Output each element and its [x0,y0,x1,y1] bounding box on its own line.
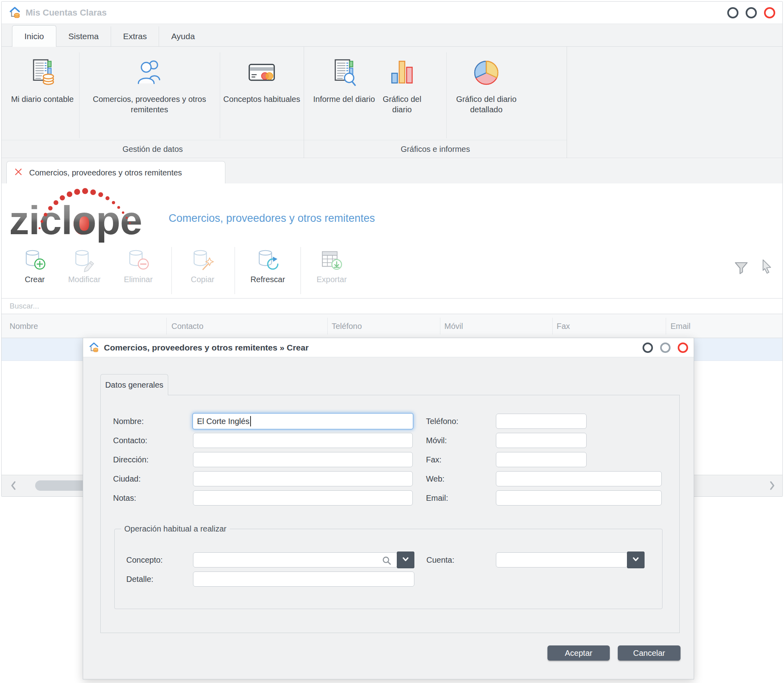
column-header-fax[interactable]: Fax [557,314,570,338]
ribbon-button-label: Gráfico del diario detallado [446,94,526,115]
ribbon: Inicio Sistema Extras Ayuda [2,24,782,158]
credit-card-icon [247,53,277,92]
movil-label: Móvil: [426,435,447,446]
nombre-field[interactable]: El Corte Inglés [192,413,414,430]
column-label: Nombre [10,322,38,331]
scroll-right-icon[interactable] [768,480,776,492]
refrescar-button[interactable]: Refrescar [244,248,292,284]
scroll-left-icon[interactable] [10,480,18,492]
exportar-button[interactable]: Exportar [308,248,356,284]
text-caret [250,416,251,426]
tab-sistema[interactable]: Sistema [56,26,111,46]
nombre-value: El Corte Inglés [197,417,249,426]
operacion-habitual-group [114,529,663,609]
toolbar-button-label: Exportar [316,275,347,284]
column-label: Móvil [444,322,463,331]
ribbon-group-empty [567,47,782,158]
document-tab-strip: Comercios, proveedores y otros remitente… [2,159,782,183]
tab-datos-generales[interactable]: Datos generales [100,374,168,395]
direccion-field[interactable] [193,452,413,467]
search-bar [2,298,782,314]
separator [166,318,167,335]
cursor-select-icon[interactable] [760,259,773,276]
ciudad-label: Ciudad: [113,473,141,484]
minimize-button[interactable] [643,342,653,353]
tab-inicio[interactable]: Inicio [12,25,56,47]
ziclope-logo: ziclope [8,186,147,246]
ribbon-button-label: Mi diario contable [11,94,74,104]
table-header: Nombre Contacto Teléfono Móvil Fax Email [2,314,782,338]
fax-label: Fax: [426,454,442,465]
fax-field[interactable] [496,452,587,467]
bar-chart-icon [387,53,417,92]
minimize-button[interactable] [727,7,738,18]
detalle-field[interactable] [193,571,414,587]
close-icon[interactable] [14,167,23,178]
column-label: Email [671,322,690,331]
ribbon-button-mi-diario[interactable]: Mi diario contable [6,51,79,140]
search-input[interactable] [2,298,782,314]
tab-extras[interactable]: Extras [111,26,159,46]
crear-button[interactable]: Crear [11,248,59,284]
column-header-telefono[interactable]: Teléfono [332,314,362,338]
filter-icon[interactable] [734,261,748,277]
aceptar-button[interactable]: Aceptar [547,645,610,661]
modificar-button[interactable]: Modificar [60,248,108,284]
column-label: Teléfono [332,322,362,331]
ribbon-group-gestion: Mi diario contable [2,47,304,158]
toolbar-button-label: Refrescar [251,275,285,284]
direccion-label: Dirección: [113,454,149,465]
concepto-field[interactable] [193,552,398,568]
email-label: Email: [426,492,448,504]
page-title: Comercios, proveedores y otros remitente… [169,212,375,225]
email-field[interactable] [496,490,662,506]
svg-text:ziclope: ziclope [9,198,141,243]
cuenta-field[interactable] [496,552,628,568]
document-tab[interactable]: Comercios, proveedores y otros remitente… [6,161,225,184]
separator [327,318,328,335]
notas-field[interactable] [193,490,413,506]
tab-label: Ayuda [171,32,195,41]
ribbon-group-label: Gráficos e informes [304,140,567,158]
maximize-button[interactable] [746,7,757,18]
tab-ayuda[interactable]: Ayuda [159,26,207,46]
cuenta-dropdown-button[interactable] [627,552,645,568]
telefono-field[interactable] [496,414,587,429]
ribbon-button-grafico-detallado[interactable]: Gráfico del diario detallado [446,51,526,140]
application: Mis Cuentas Claras Inicio Sistema Extras… [0,0,784,683]
eliminar-button[interactable]: Eliminar [114,248,162,284]
people-icon [135,53,164,92]
column-header-movil[interactable]: Móvil [444,314,463,338]
column-header-email[interactable]: Email [671,314,690,338]
ribbon-button-conceptos[interactable]: Conceptos habituales [220,51,304,140]
close-button[interactable] [678,342,688,353]
column-header-nombre[interactable]: Nombre [10,314,38,338]
separator [666,318,666,335]
ciudad-field[interactable] [193,471,413,486]
window-controls [727,7,775,18]
cancelar-button[interactable]: Cancelar [618,645,681,661]
ribbon-group-label: Gestión de datos [2,140,304,158]
table-export-icon [319,248,344,274]
column-header-contacto[interactable]: Contacto [171,314,203,338]
close-button[interactable] [764,7,775,18]
document-tab-label: Comercios, proveedores y otros remitente… [29,168,182,177]
toolbar-button-label: Eliminar [124,275,153,284]
movil-field[interactable] [496,433,587,448]
dialog-title: Comercios, proveedores y otros remitente… [104,343,308,352]
web-field[interactable] [496,471,662,486]
home-coins-icon [89,342,99,354]
ribbon-body: Mi diario contable [2,46,782,158]
column-label: Contacto [171,322,203,331]
copiar-button[interactable]: Copiar [179,248,227,284]
database-add-icon [22,248,47,274]
ribbon-button-comercios[interactable]: Comercios, proveedores y otros remitente… [79,51,220,140]
separator [171,247,172,294]
concepto-dropdown-button[interactable] [397,552,414,568]
contacto-label: Contacto: [113,435,147,446]
contacto-field[interactable] [193,433,413,448]
ribbon-button-grafico-diario[interactable]: Gráfico del diario [372,51,432,140]
maximize-button[interactable] [660,342,671,353]
dialog-window-controls [643,342,688,353]
cuenta-label: Cuenta: [426,554,454,566]
